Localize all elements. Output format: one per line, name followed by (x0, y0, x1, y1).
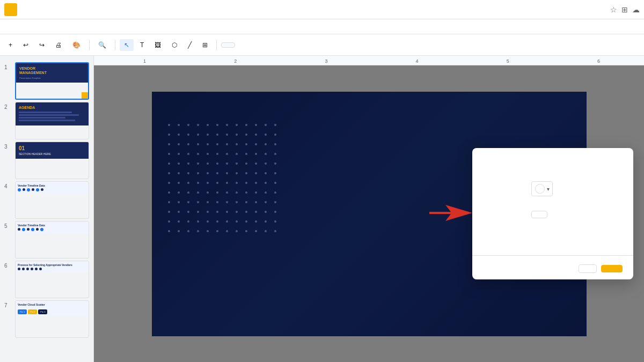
slide-img-5[interactable]: Vendor Timeline Data (15, 221, 89, 258)
slide1-title: VENDORMANAGEMENT (19, 67, 85, 76)
menu-addons[interactable] (82, 26, 90, 28)
zoom-btn[interactable]: 🔍 (94, 39, 111, 51)
cloud-icon[interactable]: ☁ (632, 5, 640, 14)
menu-tools[interactable] (72, 26, 80, 28)
slide-num-4: 4 (4, 181, 12, 189)
dialog-footer (472, 258, 633, 279)
shapes-btn[interactable]: ⬡ (167, 39, 181, 51)
add-btn[interactable]: + (4, 39, 17, 51)
print-btn[interactable]: 🖨 (51, 39, 66, 51)
transition-btn[interactable] (259, 43, 267, 47)
background-dialog: ▾ (472, 148, 633, 279)
color-row: ▾ (472, 176, 633, 202)
ruler-mark-6: 6 (553, 58, 644, 64)
ruler-horizontal: 1 2 3 4 5 6 (94, 56, 644, 65)
slide6-label: Process for Selecting Appropriate Vendor… (18, 263, 86, 267)
menu-arrange[interactable] (62, 26, 71, 28)
color-circle (535, 184, 545, 194)
slide-num-7: 7 (4, 300, 12, 308)
layout-btn[interactable] (237, 43, 246, 47)
choose-image-btn[interactable] (531, 211, 547, 218)
menu-edit[interactable] (14, 26, 23, 28)
paint-format-btn[interactable]: 🎨 (68, 39, 85, 51)
separator-2 (115, 40, 115, 50)
slide-thumb-3[interactable]: 3 01 SECTION HEADER HERE (4, 142, 89, 179)
slide-img-6[interactable]: Process for Selecting Appropriate Vendor… (15, 261, 89, 298)
dialog-header (472, 148, 633, 176)
slide-panel: 1 VENDORMANAGEMENT Presentation Template… (0, 56, 94, 362)
slide-thumb-5[interactable]: 5 Vendor Timeline Data (4, 221, 89, 258)
background-btn[interactable] (221, 42, 235, 48)
menu-insert[interactable] (33, 26, 42, 28)
canvas-area: 1 2 3 4 5 6 // Generate dots const dotsC… (94, 56, 644, 362)
red-arrow-indicator (429, 202, 472, 226)
svg-marker-0 (429, 205, 472, 221)
slide-num-6: 6 (4, 261, 12, 269)
done-btn[interactable] (601, 265, 623, 272)
main-content: 1 VENDORMANAGEMENT Presentation Template… (0, 56, 644, 362)
separator-1 (89, 40, 90, 50)
slide-img-3[interactable]: 01 SECTION HEADER HERE (15, 142, 89, 179)
slide-img-4[interactable]: Vendor Timeline Data (15, 181, 89, 219)
image-btn[interactable]: 🖼 (150, 39, 165, 51)
menu-file[interactable] (4, 26, 13, 28)
slide-num-2: 2 (4, 102, 12, 110)
ruler-mark-2: 2 (190, 58, 281, 64)
slide-num-3: 3 (4, 142, 12, 150)
ruler-mark-4: 4 (372, 58, 463, 64)
menu-format[interactable] (43, 26, 52, 28)
redo-btn[interactable]: ↪ (35, 39, 49, 51)
add-to-theme-btn[interactable] (579, 264, 597, 273)
menu-bar (0, 19, 644, 34)
ruler-mark-3: 3 (281, 58, 371, 64)
title-bar: ☆ ⊞ ☁ (0, 0, 644, 19)
slide-canvas: // Generate dots const dotsContainer = d… (94, 65, 644, 362)
image-row (472, 202, 633, 227)
slide5-label: Vendor Timeline Data (18, 224, 86, 227)
slide1-corner (82, 92, 88, 99)
theme-btn[interactable] (248, 43, 257, 47)
app-icon (4, 3, 17, 16)
slide-thumb-1[interactable]: 1 VENDORMANAGEMENT Presentation Template (4, 62, 89, 100)
grid-icon[interactable]: ⊞ (621, 5, 628, 14)
slide1-sub: Presentation Template (19, 77, 85, 79)
slide-num-5: 5 (4, 221, 12, 229)
slide-num-1: 1 (4, 62, 12, 70)
select-btn[interactable]: ↖ (120, 39, 134, 51)
menu-view[interactable] (24, 26, 32, 28)
color-picker-btn[interactable]: ▾ (531, 181, 553, 196)
text-btn[interactable]: T (136, 39, 148, 51)
slide-thumb-4[interactable]: 4 Vendor Timeline Data (4, 181, 89, 219)
insert-btn[interactable]: ⊞ (198, 39, 212, 51)
slide7-label: Vendor Cloud Scatter (18, 303, 86, 306)
star-icon[interactable]: ☆ (610, 5, 617, 14)
menu-slide[interactable] (53, 26, 61, 28)
slide-thumb-2[interactable]: 2 AGENDA (4, 102, 89, 139)
slide2-title: AGENDA (19, 106, 85, 109)
dialog-close-btn[interactable] (610, 157, 623, 169)
slide3-title: SECTION HEADER HERE (19, 152, 85, 156)
slide4-label: Vendor Timeline Data (18, 184, 86, 187)
slide-thumb-7[interactable]: 7 Vendor Cloud Scatter Pie 1 Pie 2 Pie 3 (4, 300, 89, 338)
separator-3 (216, 40, 217, 50)
dialog-overlay: ▾ (94, 65, 644, 362)
dialog-divider (472, 255, 633, 256)
reset-row (472, 227, 633, 253)
color-dropdown-icon: ▾ (547, 186, 550, 192)
slide-img-7[interactable]: Vendor Cloud Scatter Pie 1 Pie 2 Pie 3 (15, 300, 89, 338)
ruler-mark-5: 5 (463, 58, 553, 64)
undo-btn[interactable]: ↩ (19, 39, 33, 51)
ruler-mark-1: 1 (99, 58, 190, 64)
title-icons: ☆ ⊞ ☁ (610, 5, 640, 14)
slide-img-2[interactable]: AGENDA (15, 102, 89, 139)
menu-help[interactable] (91, 26, 100, 28)
slide3-num: 01 (19, 145, 85, 151)
toolbar: + ↩ ↪ 🖨 🎨 🔍 ↖ T 🖼 ⬡ ╱ ⊞ (0, 34, 644, 56)
slide-img-1[interactable]: VENDORMANAGEMENT Presentation Template (15, 62, 89, 100)
line-btn[interactable]: ╱ (184, 39, 196, 51)
slide-thumb-6[interactable]: 6 Process for Selecting Appropriate Vend… (4, 261, 89, 298)
